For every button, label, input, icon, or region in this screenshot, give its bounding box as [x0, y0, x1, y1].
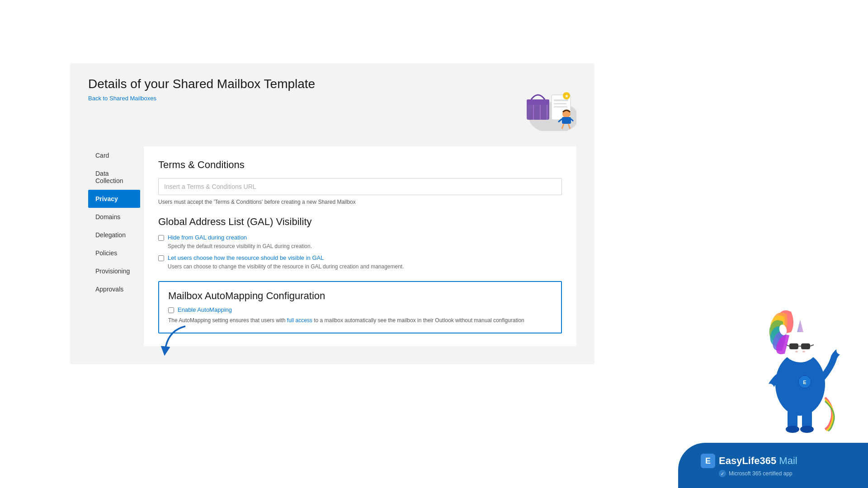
sidebar-item-provisioning[interactable]: Provisioning [88, 262, 140, 280]
sidebar-item-domains[interactable]: Domains [88, 208, 140, 226]
svg-point-38 [786, 426, 799, 433]
svg-text:E: E [803, 380, 806, 385]
svg-rect-24 [801, 343, 810, 349]
brand-e-badge: E [701, 454, 715, 468]
automapping-checkbox[interactable] [168, 307, 174, 313]
certified-icon: ✓ [719, 470, 726, 477]
page-title: Details of your Shared Mailbox Template [88, 77, 315, 91]
svg-rect-7 [554, 99, 568, 101]
automapping-checkbox-row: Enable AutoMapping [168, 306, 552, 313]
sidebar-item-delegation[interactable]: Delegation [88, 226, 140, 244]
automapping-title: Mailbox AutoMapping Configuration [168, 290, 552, 302]
svg-rect-23 [789, 343, 798, 349]
brand-logo-row: E EasyLife365 Mail [701, 454, 868, 468]
gal-hide-checkbox[interactable] [158, 235, 164, 241]
brand-certified: ✓ Microsoft 365 certified app [701, 470, 868, 477]
sidebar-item-data-collection[interactable]: Data Collection [88, 164, 140, 190]
svg-rect-13 [562, 117, 571, 124]
content-layout: Card Data Collection Privacy Domains Del… [88, 146, 576, 346]
gal-option-1-row: Hide from GAL during creation Specify th… [158, 234, 562, 250]
terms-title: Terms & Conditions [158, 159, 562, 171]
automapping-checkbox-label: Enable AutoMapping [178, 306, 232, 313]
svg-rect-2 [527, 99, 549, 105]
svg-rect-9 [554, 106, 567, 108]
svg-point-29 [802, 351, 805, 352]
header-text: Details of your Shared Mailbox Template … [88, 77, 315, 102]
certified-text: Microsoft 365 certified app [729, 470, 793, 477]
header-section: Details of your Shared Mailbox Template … [88, 77, 576, 133]
sidebar-item-policies[interactable]: Policies [88, 244, 140, 262]
gal-title: Global Address List (GAL) Visibility [158, 216, 562, 228]
brand-365: 365 [760, 455, 777, 466]
brand-footer: E EasyLife365 Mail ✓ Microsoft 365 certi… [678, 443, 868, 488]
unicorn-mascot: E [750, 298, 841, 443]
svg-point-34 [836, 346, 845, 355]
gal-hide-label: Hide from GAL during creation [168, 234, 312, 241]
brand-name: EasyLife365 Mail [719, 455, 797, 467]
back-to-shared-mailboxes-link[interactable]: Back to Shared Mailboxes [88, 95, 156, 102]
gal-let-users-desc: Users can choose to change the visibilit… [168, 263, 404, 270]
svg-point-39 [800, 426, 814, 433]
gal-section: Global Address List (GAL) Visibility Hid… [158, 216, 562, 270]
gal-option-2-row: Let users choose how the resource should… [158, 254, 562, 270]
arrow-container [158, 322, 194, 360]
gal-hide-desc: Specify the default resource visibility … [168, 243, 312, 249]
sidebar-item-card[interactable]: Card [88, 146, 140, 164]
terms-helper-text: Users must accept the 'Terms & Condition… [158, 199, 562, 205]
main-wrapper: Details of your Shared Mailbox Template … [70, 63, 594, 364]
sidebar-nav: Card Data Collection Privacy Domains Del… [88, 146, 140, 346]
svg-point-35 [766, 384, 774, 392]
automapping-description: The AutoMapping setting ensures that use… [168, 317, 552, 324]
gal-let-users-checkbox[interactable] [158, 255, 164, 261]
svg-text:★: ★ [565, 94, 569, 99]
gal-let-users-label: Let users choose how the resource should… [168, 254, 404, 261]
brand-product: Mail [779, 455, 797, 466]
svg-rect-8 [554, 103, 566, 104]
automapping-box: Mailbox AutoMapping Configuration Enable… [158, 281, 562, 333]
main-panel: Terms & Conditions Users must accept the… [144, 146, 576, 346]
sidebar-item-privacy[interactable]: Privacy [88, 190, 140, 208]
terms-url-input[interactable] [158, 178, 562, 195]
sidebar-item-approvals[interactable]: Approvals [88, 280, 140, 298]
svg-point-28 [795, 351, 798, 352]
brand-name-prefix: EasyLife [719, 455, 760, 466]
header-illustration: ★ [500, 77, 576, 133]
